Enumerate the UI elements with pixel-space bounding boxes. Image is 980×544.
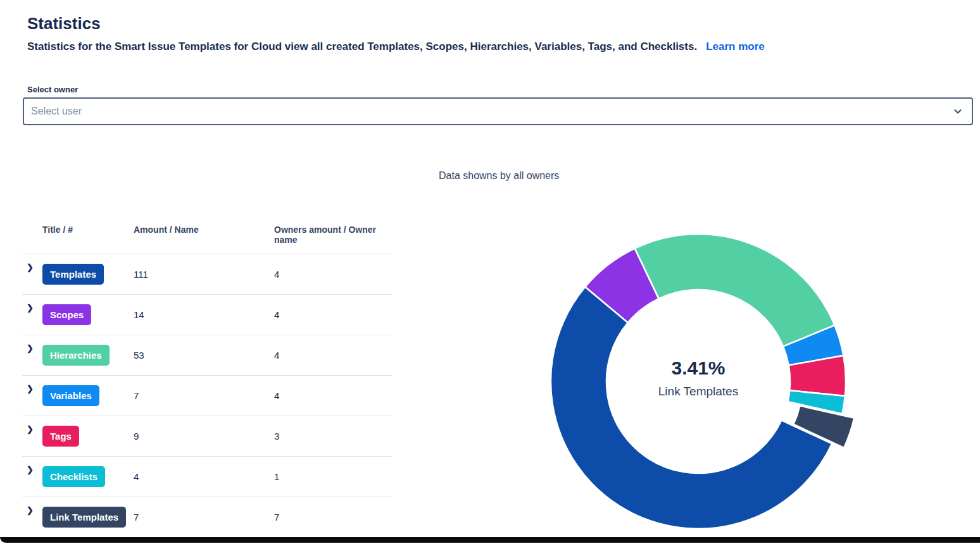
table-row-templates: ❯Templates1114 bbox=[22, 254, 393, 295]
row-expand-chevron-icon[interactable]: ❯ bbox=[22, 416, 42, 433]
row-expand-chevron-icon[interactable]: ❯ bbox=[22, 376, 42, 393]
row-badge-tags: Tags bbox=[42, 426, 79, 447]
window-bottom-edge bbox=[0, 537, 980, 543]
chevron-down-icon bbox=[953, 106, 963, 116]
row-amount: 111 bbox=[134, 269, 274, 280]
owner-select-placeholder: Select user bbox=[31, 106, 82, 117]
row-badge-scopes: Scopes bbox=[42, 304, 91, 325]
owner-select-dropdown[interactable]: Select user bbox=[23, 97, 973, 125]
row-amount: 9 bbox=[134, 431, 274, 442]
row-amount: 7 bbox=[134, 512, 274, 522]
row-owners-amount: 7 bbox=[274, 512, 393, 522]
header-spacer bbox=[22, 225, 42, 245]
row-owners-amount: 4 bbox=[274, 390, 393, 401]
page-subtitle: Statistics for the Smart Issue Templates… bbox=[27, 40, 697, 53]
table-row-link-templates: ❯Link Templates77 bbox=[22, 497, 393, 538]
donut-slice-hierarchies[interactable] bbox=[635, 234, 835, 347]
row-expand-chevron-icon[interactable]: ❯ bbox=[22, 497, 42, 514]
row-amount: 7 bbox=[134, 390, 274, 401]
row-badge-variables: Variables bbox=[42, 385, 99, 406]
stats-table: Title / # Amount / Name Owners amount / … bbox=[22, 225, 393, 538]
column-header-title: Title / # bbox=[42, 225, 134, 245]
row-expand-chevron-icon[interactable]: ❯ bbox=[22, 295, 42, 312]
row-amount: 14 bbox=[134, 309, 274, 320]
donut-chart bbox=[537, 223, 879, 542]
table-row-scopes: ❯Scopes144 bbox=[22, 295, 393, 335]
row-badge-checklists: Checklists bbox=[42, 466, 105, 487]
row-expand-chevron-icon[interactable]: ❯ bbox=[22, 254, 42, 271]
table-row-variables: ❯Variables74 bbox=[22, 376, 393, 416]
row-badge-templates: Templates bbox=[42, 264, 104, 285]
row-badge-hierarchies: Hierarchies bbox=[42, 345, 110, 366]
table-row-hierarchies: ❯Hierarchies534 bbox=[22, 335, 393, 376]
table-row-checklists: ❯Checklists41 bbox=[22, 457, 393, 497]
row-owners-amount: 4 bbox=[274, 350, 393, 361]
page-subtitle-row: Statistics for the Smart Issue Templates… bbox=[27, 40, 914, 53]
row-amount: 4 bbox=[134, 471, 274, 482]
row-expand-chevron-icon[interactable]: ❯ bbox=[22, 457, 42, 474]
chart-note: Data showns by all owners bbox=[439, 170, 559, 182]
select-owner-label: Select owner bbox=[27, 85, 78, 94]
table-row-tags: ❯Tags93 bbox=[22, 416, 393, 457]
table-header-row: Title / # Amount / Name Owners amount / … bbox=[22, 225, 393, 254]
row-amount: 53 bbox=[134, 350, 274, 361]
row-expand-chevron-icon[interactable]: ❯ bbox=[22, 335, 42, 352]
column-header-amount: Amount / Name bbox=[134, 225, 274, 245]
row-owners-amount: 3 bbox=[274, 431, 393, 442]
learn-more-link[interactable]: Learn more bbox=[706, 40, 765, 53]
table-body: ❯Templates1114❯Scopes144❯Hierarchies534❯… bbox=[22, 254, 393, 538]
row-badge-link-templates: Link Templates bbox=[42, 507, 126, 528]
row-owners-amount: 4 bbox=[274, 269, 393, 280]
page-title: Statistics bbox=[27, 14, 101, 34]
column-header-owners: Owners amount / Owner name bbox=[274, 225, 393, 245]
row-owners-amount: 4 bbox=[274, 309, 393, 320]
row-owners-amount: 1 bbox=[274, 471, 393, 482]
